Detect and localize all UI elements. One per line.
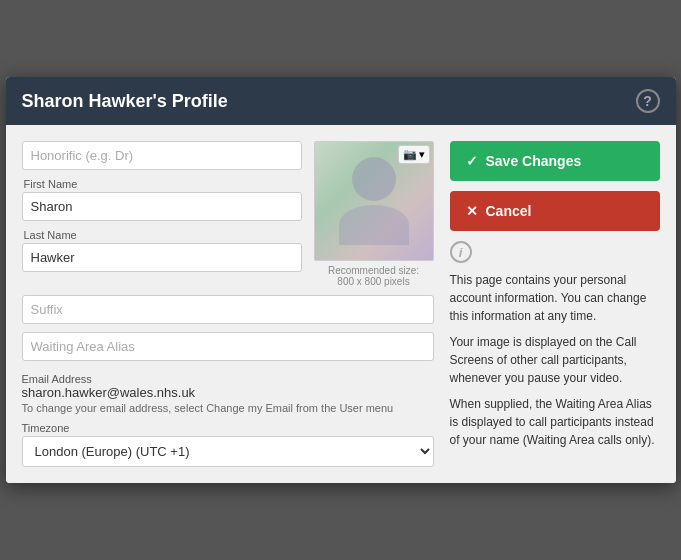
save-button[interactable]: ✓ Save Changes	[450, 141, 660, 181]
save-icon: ✓	[466, 153, 478, 169]
save-label: Save Changes	[486, 153, 582, 169]
email-value: sharon.hawker@wales.nhs.uk	[22, 385, 434, 400]
help-icon[interactable]: ?	[636, 89, 660, 113]
email-note: To change your email address, select Cha…	[22, 402, 434, 414]
waiting-area-group	[22, 332, 434, 361]
page-title: Sharon Hawker's Profile	[22, 91, 228, 112]
avatar-container: 📷 ▾ Recommended size:800 x 800 pixels	[314, 141, 434, 287]
timezone-label: Timezone	[22, 422, 434, 434]
right-panel: ✓ Save Changes ✕ Cancel i This page cont…	[450, 141, 660, 467]
camera-dropdown-icon: ▾	[419, 148, 425, 161]
profile-modal: Sharon Hawker's Profile ? First Name	[6, 77, 676, 483]
waiting-area-input[interactable]	[22, 332, 434, 361]
info-paragraph-1: This page contains your personal account…	[450, 271, 660, 325]
email-label: Email Address	[22, 373, 434, 385]
timezone-select[interactable]: London (Europe) (UTC +1) UTC Eastern (US…	[22, 436, 434, 467]
honorific-input[interactable]	[22, 141, 302, 170]
suffix-group	[22, 295, 434, 324]
last-name-label: Last Name	[22, 229, 302, 241]
first-name-label: First Name	[22, 178, 302, 190]
cancel-icon: ✕	[466, 203, 478, 219]
form-fields: First Name Last Name	[22, 141, 302, 272]
email-section: Email Address sharon.hawker@wales.nhs.uk…	[22, 373, 434, 414]
first-name-input[interactable]	[22, 192, 302, 221]
cancel-label: Cancel	[486, 203, 532, 219]
cancel-button[interactable]: ✕ Cancel	[450, 191, 660, 231]
avatar-body	[339, 205, 409, 245]
last-name-input[interactable]	[22, 243, 302, 272]
info-icon: i	[450, 241, 472, 263]
avatar-hint: Recommended size:800 x 800 pixels	[314, 265, 434, 287]
honorific-group	[22, 141, 302, 170]
modal-header: Sharon Hawker's Profile ?	[6, 77, 676, 125]
info-paragraph-2: Your image is displayed on the Call Scre…	[450, 333, 660, 387]
avatar-row: First Name Last Name	[22, 141, 434, 287]
first-name-group: First Name	[22, 178, 302, 221]
info-section: i This page contains your personal accou…	[450, 241, 660, 449]
suffix-input[interactable]	[22, 295, 434, 324]
camera-icon: 📷	[403, 148, 417, 161]
last-name-group: Last Name	[22, 229, 302, 272]
avatar-head	[352, 157, 396, 201]
timezone-group: Timezone London (Europe) (UTC +1) UTC Ea…	[22, 422, 434, 467]
modal-body: First Name Last Name	[6, 125, 676, 483]
left-panel: First Name Last Name	[22, 141, 434, 467]
info-paragraph-3: When supplied, the Waiting Area Alias is…	[450, 395, 660, 449]
camera-button[interactable]: 📷 ▾	[398, 145, 430, 164]
